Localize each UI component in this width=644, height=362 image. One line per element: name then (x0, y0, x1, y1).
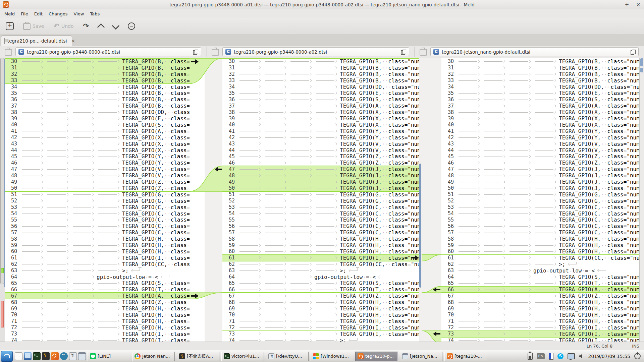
code-line[interactable]: 50TEGRA_GPIO(J,··class="num">7) (441, 185, 639, 191)
code-line[interactable]: 53TEGRA_GPIO(C,··class="num">0) (5, 204, 190, 210)
code-line[interactable]: 58TEGRA_GPIO(H,··class="num">2) (5, 236, 190, 242)
battery-icon[interactable] (528, 353, 533, 360)
code-line[interactable]: 49TEGRA_GPIO(J,··class="num">4) (441, 179, 639, 185)
code-line[interactable]: 45TEGRA_GPIO(Z,··class="num">0) (441, 154, 639, 160)
code-line[interactable]: 71TEGRA_GPIO(H,··class="num">4) (5, 318, 190, 324)
code-line[interactable]: 44TEGRA_GPIO(V,··class="num">1) (441, 147, 639, 154)
code-line[interactable]: 69TEGRA_GPIO(H,··class="num">0) (5, 305, 190, 312)
task-button[interactable]: [不會支援A... (177, 352, 219, 361)
merge-left-arrow[interactable] (433, 332, 440, 336)
menu-item-view[interactable]: View (71, 10, 87, 17)
code-line[interactable]: 54TEGRA_GPIO(C,··class="num">1) (222, 210, 419, 217)
code-line[interactable]: 66TEGRA_GPIO(A,··class="num">6) (441, 286, 639, 293)
code-line[interactable]: 32TEGRA_GPIO(B,··class="num">6) (441, 71, 639, 77)
file-chooser-icon[interactable] (401, 50, 406, 54)
code-line[interactable]: 48TEGRA_GPIO(V,··class="num">1) (5, 172, 190, 179)
scrollbar-thumb[interactable] (640, 58, 643, 66)
tab-close-icon[interactable]: × (71, 38, 75, 44)
code-line[interactable]: 74TEGRA_GPIO(I,··class="num">2) (441, 337, 639, 342)
code-line[interactable]: 30TEGRA_GPIO(B,··class="num">4) (441, 58, 639, 65)
code-line[interactable]: 56TEGRA_GPIO(C,··class="num">3) (222, 223, 419, 229)
code-line[interactable]: 66TEGRA_GPIO(T,··class="num">0) (222, 286, 419, 293)
code-line[interactable]: 32TEGRA_GPIO(B,··class="num">0) (5, 71, 190, 77)
keyboard-layout-indicator[interactable]: En (537, 353, 545, 359)
code-line[interactable]: 55TEGRA_GPIO(C,··class="num">2) (441, 217, 639, 223)
start-button[interactable] (1, 351, 13, 362)
menu-item-file[interactable]: File (18, 10, 31, 17)
code-line[interactable]: 47TEGRA_GPIO(J,··class="num">5) (222, 166, 419, 172)
code-line[interactable]: 60TEGRA_GPIO(H,··class="num">6) (441, 248, 639, 255)
menu-item-tabs[interactable]: Tabs (87, 10, 103, 17)
task-button[interactable]: [tegra210-... (444, 352, 487, 361)
code-line[interactable]: 67TEGRA_GPIO(Z,··class="num">3) (222, 293, 419, 299)
code-line[interactable]: 42TEGRA_GPIO(Y,··class="num">2) (222, 134, 419, 141)
previous-change-button[interactable] (96, 21, 106, 32)
next-change-button[interactable] (111, 22, 121, 30)
code-line[interactable]: 36TEGRA_GPIO(S,··class="num">5) (441, 96, 639, 103)
code-line[interactable]: 40TEGRA_GPIO(X,··class="num">6) (222, 122, 419, 128)
code-line[interactable]: 58TEGRA_GPIO(H,··class="num">2) (222, 236, 419, 242)
code-line[interactable]: 38TEGRA_GPIO(DD,··class="num">0) (5, 109, 190, 115)
task-button[interactable]: [Jetson_Na... (400, 352, 442, 361)
code-line[interactable]: 39TEGRA_GPIO(X,··class="num">5) (222, 115, 419, 122)
editor-pane-2[interactable]: 30TEGRA_GPIO(B,··class="num">4)31TEGRA_G… (222, 58, 419, 342)
skype-icon[interactable] (557, 353, 564, 359)
input-method-icon[interactable] (549, 353, 553, 360)
code-line[interactable]: 68TEGRA_GPIO(H,··class="num">0) (222, 299, 419, 305)
code-line[interactable]: 63gpio-output-low·=·< (441, 267, 639, 274)
quick-launch-usb-icon[interactable] (69, 352, 77, 360)
code-line[interactable]: 51TEGRA_GPIO(G,··class="num">2) (441, 191, 639, 198)
task-button[interactable]: [Windows1... (311, 352, 353, 361)
code-line[interactable]: 47TEGRA_GPIO(J,··class="num">5) (441, 166, 639, 172)
code-line[interactable]: 40TEGRA_GPIO(X,··class="num">6) (441, 122, 639, 128)
code-line[interactable]: 33TEGRA_GPIO(B,··class="num">7) (441, 77, 639, 84)
code-line[interactable]: 47TEGRA_GPIO(V,··class="num">0) (5, 166, 190, 172)
merge-right-arrow[interactable] (191, 294, 199, 298)
maximize-button[interactable]: + (624, 2, 630, 8)
code-line[interactable]: 37TEGRA_GPIO(B,··class="num">7) (5, 103, 190, 109)
code-line[interactable]: 72TEGRA_GPIO(H,··class="num">7) (5, 324, 190, 331)
merge-right-arrow[interactable] (191, 60, 199, 63)
code-line[interactable]: 59TEGRA_GPIO(H,··class="num">5) (441, 242, 639, 248)
menu-item-changes[interactable]: Changes (46, 10, 71, 17)
display-settings-icon[interactable] (568, 353, 575, 359)
code-line[interactable]: 53TEGRA_GPIO(C,··class="num">0) (441, 204, 639, 210)
code-line[interactable]: 39TEGRA_GPIO(E,··class="num">6) (5, 115, 190, 122)
code-line[interactable]: 55TEGRA_GPIO(C,··class="num">2) (222, 217, 419, 223)
code-line[interactable]: 33TEGRA_GPIO(B,··class="num">7) (222, 77, 419, 84)
code-line[interactable]: 35TEGRA_GPIO(E,··class="num">6) (441, 90, 639, 97)
code-line[interactable]: 65TEGRA_GPIO(T,··class="num">0) (441, 280, 639, 287)
task-button[interactable]: [/dev/ttyU... (266, 352, 309, 361)
code-line[interactable]: 37TEGRA_GPIO(A,··class="num">5) (441, 103, 639, 109)
code-line[interactable]: 34TEGRA_GPIO(B,··class="num">4) (5, 84, 190, 90)
code-line[interactable]: 48TEGRA_GPIO(J,··class="num">6) (441, 172, 639, 179)
task-button[interactable]: victor@lu1... (221, 352, 264, 361)
code-line[interactable]: 70TEGRA_GPIO(H,··class="num">3) (5, 312, 190, 318)
scrollbar-thumb[interactable] (0, 58, 4, 284)
taskbar-clock[interactable]: 2019/07/09 15:55 (588, 354, 631, 359)
merge-left-arrow[interactable] (215, 168, 222, 171)
code-line[interactable]: 44TEGRA_GPIO(X,··class="num">6) (5, 147, 190, 154)
quick-launch-window-icon[interactable] (78, 352, 86, 360)
code-line[interactable]: 73TEGRA_GPIO(I,··class="num">2) (222, 331, 419, 337)
code-line[interactable]: 73TEGRA_GPIO(I,··class="num">0) (5, 331, 190, 337)
code-line[interactable]: 38TEGRA_GPIO(X,··class="num">4) (441, 109, 639, 115)
code-line[interactable]: 33TEGRA_GPIO(B,··class="num">3) (5, 77, 190, 84)
quick-launch-desktop-icon[interactable] (24, 352, 32, 360)
file-chooser-icon[interactable] (631, 50, 636, 54)
code-line[interactable]: 59TEGRA_GPIO(H,··class="num">5) (5, 242, 190, 248)
code-line[interactable]: 31TEGRA_GPIO(B,··class="num">5) (222, 65, 419, 71)
pane3-file-button[interactable]: C tegra210-jetson_nano-gpio-default.dtsi (430, 47, 639, 56)
code-line[interactable]: 59TEGRA_GPIO(H,··class="num">5) (222, 242, 419, 248)
code-line[interactable]: 37TEGRA_GPIO(A,··class="num">5) (222, 103, 419, 109)
code-line[interactable]: 46TEGRA_GPIO(Y,··class="num">2) (5, 160, 190, 166)
code-line[interactable]: 31TEGRA_GPIO(B,··class="num">5) (441, 65, 639, 71)
code-line[interactable]: 39TEGRA_GPIO(X,··class="num">5) (441, 115, 639, 122)
pane3-save-icon[interactable] (420, 49, 427, 56)
minimize-button[interactable]: – (612, 2, 619, 8)
editor-pane-3[interactable]: 30TEGRA_GPIO(B,··class="num">4)31TEGRA_G… (441, 58, 639, 342)
undo-button[interactable]: ↶ Undo (51, 21, 76, 31)
code-line[interactable]: 41TEGRA_GPIO(Y,··class="num">1) (222, 128, 419, 134)
save-button[interactable]: Save (21, 20, 46, 32)
tab-comparison[interactable]: tegra210-po...-default.dtsi × (1, 36, 72, 46)
